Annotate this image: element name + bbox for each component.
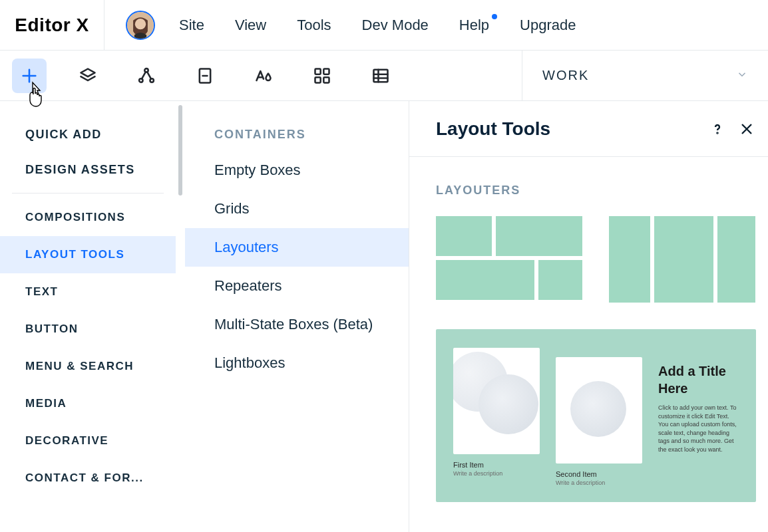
theme-button[interactable] (246, 59, 281, 93)
menu-site[interactable]: Site (179, 17, 204, 34)
top-menus: Site View Tools Dev Mode Help Upgrade (179, 17, 576, 34)
panel-divider (12, 193, 164, 194)
detail-panel: Layout Tools LAYOUTERS (409, 101, 768, 532)
sub-grids[interactable]: Grids (185, 190, 409, 228)
showcase-preset[interactable]: First Item Write a description Second It… (436, 329, 756, 502)
category-text[interactable]: TEXT (0, 273, 176, 311)
category-menu-search[interactable]: MENU & SEARCH (0, 348, 176, 385)
svg-rect-10 (374, 69, 388, 82)
menu-view[interactable]: View (235, 17, 266, 34)
toolbar: WORK (0, 51, 768, 101)
brand-logo[interactable]: Editor X (0, 0, 104, 51)
category-compositions[interactable]: COMPOSITIONS (0, 199, 176, 236)
category-contact-form[interactable]: CONTACT & FOR... (0, 460, 176, 497)
sub-layouters[interactable]: Layouters (185, 228, 409, 267)
detail-body: LAYOUTERS First Item Write a description (409, 157, 768, 502)
detail-actions (709, 121, 755, 137)
showcase-desc: Click to add your own text. To customize… (658, 404, 738, 454)
categories-panel: QUICK ADD DESIGN ASSETS COMPOSITIONS LAY… (0, 101, 176, 532)
categories-list: COMPOSITIONS LAYOUT TOOLS TEXT BUTTON ME… (0, 199, 176, 497)
page-dropdown-label: WORK (542, 68, 589, 83)
layouters-subheading: LAYOUTERS (436, 184, 756, 198)
layers-button[interactable] (71, 59, 105, 93)
toolbar-icons (0, 59, 398, 93)
detail-header: Layout Tools (409, 101, 768, 157)
preset-three-col[interactable] (609, 216, 755, 304)
sub-empty-boxes[interactable]: Empty Boxes (185, 151, 409, 190)
apps-button[interactable] (305, 59, 339, 93)
showcase-card-1: First Item Write a description (453, 348, 540, 477)
svg-point-11 (717, 132, 717, 133)
second-item-desc: Write a description (556, 479, 642, 486)
avatar[interactable] (126, 11, 155, 40)
panel-scrollbar[interactable] (176, 101, 185, 532)
showcase-card-2: Second Item Write a description (556, 357, 642, 486)
grid-squares-icon (313, 66, 331, 85)
category-layout-tools[interactable]: LAYOUT TOOLS (0, 236, 176, 273)
workspace: QUICK ADD DESIGN ASSETS COMPOSITIONS LAY… (0, 101, 768, 532)
showcase-text-block: Add a Title Here Click to add your own t… (658, 362, 739, 454)
first-item-title: First Item (453, 461, 540, 469)
add-elements-button[interactable] (12, 59, 47, 93)
close-icon[interactable] (739, 121, 755, 137)
menu-tools[interactable]: Tools (297, 17, 331, 34)
design-assets-heading[interactable]: DESIGN ASSETS (12, 152, 164, 188)
menu-help[interactable]: Help (459, 17, 489, 34)
layout-presets-row (436, 216, 756, 304)
layers-icon (79, 66, 97, 85)
help-icon[interactable] (709, 121, 725, 137)
containers-heading: CONTAINERS (185, 128, 409, 151)
avatar-image (127, 12, 154, 39)
subcategories-panel: CONTAINERS Empty Boxes Grids Layouters R… (185, 101, 409, 532)
chevron-down-icon (736, 68, 748, 83)
svg-point-1 (135, 19, 146, 29)
menu-dev-mode[interactable]: Dev Mode (362, 17, 429, 34)
quick-add-heading[interactable]: QUICK ADD (12, 117, 164, 152)
menu-upgrade[interactable]: Upgrade (520, 17, 576, 34)
second-item-title: Second Item (556, 470, 642, 478)
sub-lightboxes[interactable]: Lightboxes (185, 344, 409, 382)
text-drop-icon (254, 66, 273, 85)
table-icon (371, 66, 390, 85)
category-button[interactable]: BUTTON (0, 311, 176, 348)
masters-button[interactable] (129, 59, 164, 93)
top-bar: Editor X Site View Tools Dev Mode Help U… (0, 0, 768, 51)
sub-multi-state[interactable]: Multi-State Boxes (Beta) (185, 305, 409, 344)
page-dropdown[interactable]: WORK (522, 51, 768, 101)
page-icon (196, 66, 214, 85)
svg-rect-8 (315, 77, 321, 82)
brand-text: Editor X (15, 15, 89, 36)
content-manager-button[interactable] (363, 59, 398, 93)
detail-title: Layout Tools (436, 118, 550, 140)
svg-rect-7 (323, 68, 329, 74)
showcase-title: Add a Title Here (658, 362, 739, 397)
svg-rect-6 (315, 68, 321, 74)
plus-icon (20, 66, 39, 85)
scrollbar-thumb[interactable] (178, 105, 182, 196)
preset-two-row[interactable] (436, 216, 582, 304)
category-media[interactable]: MEDIA (0, 385, 176, 422)
sub-repeaters[interactable]: Repeaters (185, 267, 409, 305)
first-item-desc: Write a description (453, 470, 540, 477)
svg-rect-9 (323, 77, 329, 82)
share-nodes-icon (137, 66, 156, 85)
pages-button[interactable] (188, 59, 222, 93)
category-decorative[interactable]: DECORATIVE (0, 422, 176, 460)
